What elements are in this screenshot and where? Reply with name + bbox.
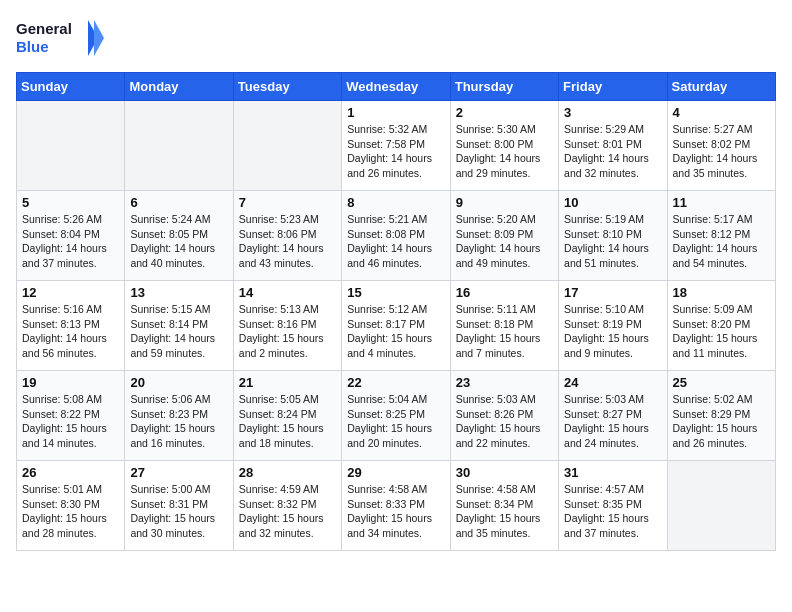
- calendar-cell: 14Sunrise: 5:13 AM Sunset: 8:16 PM Dayli…: [233, 281, 341, 371]
- day-info: Sunrise: 5:20 AM Sunset: 8:09 PM Dayligh…: [456, 212, 553, 271]
- calendar-cell: 9Sunrise: 5:20 AM Sunset: 8:09 PM Daylig…: [450, 191, 558, 281]
- day-number: 22: [347, 375, 444, 390]
- day-info: Sunrise: 5:01 AM Sunset: 8:30 PM Dayligh…: [22, 482, 119, 541]
- day-number: 17: [564, 285, 661, 300]
- day-number: 13: [130, 285, 227, 300]
- calendar-cell: 28Sunrise: 4:59 AM Sunset: 8:32 PM Dayli…: [233, 461, 341, 551]
- calendar-cell: 6Sunrise: 5:24 AM Sunset: 8:05 PM Daylig…: [125, 191, 233, 281]
- day-number: 19: [22, 375, 119, 390]
- week-row-3: 12Sunrise: 5:16 AM Sunset: 8:13 PM Dayli…: [17, 281, 776, 371]
- calendar-cell: 5Sunrise: 5:26 AM Sunset: 8:04 PM Daylig…: [17, 191, 125, 281]
- calendar-cell: [17, 101, 125, 191]
- calendar-cell: 22Sunrise: 5:04 AM Sunset: 8:25 PM Dayli…: [342, 371, 450, 461]
- day-info: Sunrise: 5:09 AM Sunset: 8:20 PM Dayligh…: [673, 302, 770, 361]
- day-info: Sunrise: 5:17 AM Sunset: 8:12 PM Dayligh…: [673, 212, 770, 271]
- day-info: Sunrise: 5:13 AM Sunset: 8:16 PM Dayligh…: [239, 302, 336, 361]
- calendar-cell: 17Sunrise: 5:10 AM Sunset: 8:19 PM Dayli…: [559, 281, 667, 371]
- day-info: Sunrise: 5:12 AM Sunset: 8:17 PM Dayligh…: [347, 302, 444, 361]
- header-sunday: Sunday: [17, 73, 125, 101]
- day-info: Sunrise: 5:04 AM Sunset: 8:25 PM Dayligh…: [347, 392, 444, 451]
- calendar-cell: [125, 101, 233, 191]
- calendar-cell: 11Sunrise: 5:17 AM Sunset: 8:12 PM Dayli…: [667, 191, 775, 281]
- day-number: 25: [673, 375, 770, 390]
- day-number: 24: [564, 375, 661, 390]
- week-row-1: 1Sunrise: 5:32 AM Sunset: 7:58 PM Daylig…: [17, 101, 776, 191]
- day-number: 18: [673, 285, 770, 300]
- calendar-cell: 15Sunrise: 5:12 AM Sunset: 8:17 PM Dayli…: [342, 281, 450, 371]
- day-info: Sunrise: 5:11 AM Sunset: 8:18 PM Dayligh…: [456, 302, 553, 361]
- day-number: 29: [347, 465, 444, 480]
- day-number: 26: [22, 465, 119, 480]
- day-number: 4: [673, 105, 770, 120]
- day-number: 2: [456, 105, 553, 120]
- calendar-cell: 19Sunrise: 5:08 AM Sunset: 8:22 PM Dayli…: [17, 371, 125, 461]
- calendar-cell: 8Sunrise: 5:21 AM Sunset: 8:08 PM Daylig…: [342, 191, 450, 281]
- calendar-cell: 26Sunrise: 5:01 AM Sunset: 8:30 PM Dayli…: [17, 461, 125, 551]
- day-number: 14: [239, 285, 336, 300]
- calendar-cell: 7Sunrise: 5:23 AM Sunset: 8:06 PM Daylig…: [233, 191, 341, 281]
- week-row-4: 19Sunrise: 5:08 AM Sunset: 8:22 PM Dayli…: [17, 371, 776, 461]
- day-info: Sunrise: 4:59 AM Sunset: 8:32 PM Dayligh…: [239, 482, 336, 541]
- calendar-cell: 25Sunrise: 5:02 AM Sunset: 8:29 PM Dayli…: [667, 371, 775, 461]
- calendar-cell: [667, 461, 775, 551]
- calendar-cell: 23Sunrise: 5:03 AM Sunset: 8:26 PM Dayli…: [450, 371, 558, 461]
- week-row-5: 26Sunrise: 5:01 AM Sunset: 8:30 PM Dayli…: [17, 461, 776, 551]
- calendar-cell: 27Sunrise: 5:00 AM Sunset: 8:31 PM Dayli…: [125, 461, 233, 551]
- day-number: 15: [347, 285, 444, 300]
- day-number: 16: [456, 285, 553, 300]
- day-number: 31: [564, 465, 661, 480]
- calendar-cell: 12Sunrise: 5:16 AM Sunset: 8:13 PM Dayli…: [17, 281, 125, 371]
- calendar-cell: 18Sunrise: 5:09 AM Sunset: 8:20 PM Dayli…: [667, 281, 775, 371]
- day-number: 8: [347, 195, 444, 210]
- day-number: 10: [564, 195, 661, 210]
- calendar-cell: 29Sunrise: 4:58 AM Sunset: 8:33 PM Dayli…: [342, 461, 450, 551]
- day-info: Sunrise: 5:06 AM Sunset: 8:23 PM Dayligh…: [130, 392, 227, 451]
- header-monday: Monday: [125, 73, 233, 101]
- day-number: 9: [456, 195, 553, 210]
- day-info: Sunrise: 5:29 AM Sunset: 8:01 PM Dayligh…: [564, 122, 661, 181]
- calendar-header-row: SundayMondayTuesdayWednesdayThursdayFrid…: [17, 73, 776, 101]
- day-info: Sunrise: 5:16 AM Sunset: 8:13 PM Dayligh…: [22, 302, 119, 361]
- day-number: 20: [130, 375, 227, 390]
- page-header: General Blue: [16, 16, 776, 60]
- day-info: Sunrise: 5:08 AM Sunset: 8:22 PM Dayligh…: [22, 392, 119, 451]
- calendar-cell: [233, 101, 341, 191]
- day-info: Sunrise: 5:30 AM Sunset: 8:00 PM Dayligh…: [456, 122, 553, 181]
- calendar-cell: 2Sunrise: 5:30 AM Sunset: 8:00 PM Daylig…: [450, 101, 558, 191]
- day-info: Sunrise: 5:23 AM Sunset: 8:06 PM Dayligh…: [239, 212, 336, 271]
- day-number: 23: [456, 375, 553, 390]
- logo-svg: General Blue: [16, 16, 106, 60]
- day-number: 3: [564, 105, 661, 120]
- day-number: 30: [456, 465, 553, 480]
- day-info: Sunrise: 5:27 AM Sunset: 8:02 PM Dayligh…: [673, 122, 770, 181]
- calendar-cell: 31Sunrise: 4:57 AM Sunset: 8:35 PM Dayli…: [559, 461, 667, 551]
- day-number: 21: [239, 375, 336, 390]
- day-info: Sunrise: 5:19 AM Sunset: 8:10 PM Dayligh…: [564, 212, 661, 271]
- day-number: 27: [130, 465, 227, 480]
- day-number: 1: [347, 105, 444, 120]
- day-info: Sunrise: 5:24 AM Sunset: 8:05 PM Dayligh…: [130, 212, 227, 271]
- svg-text:Blue: Blue: [16, 38, 49, 55]
- calendar-cell: 30Sunrise: 4:58 AM Sunset: 8:34 PM Dayli…: [450, 461, 558, 551]
- calendar-cell: 1Sunrise: 5:32 AM Sunset: 7:58 PM Daylig…: [342, 101, 450, 191]
- day-number: 12: [22, 285, 119, 300]
- calendar-cell: 24Sunrise: 5:03 AM Sunset: 8:27 PM Dayli…: [559, 371, 667, 461]
- calendar-cell: 10Sunrise: 5:19 AM Sunset: 8:10 PM Dayli…: [559, 191, 667, 281]
- header-tuesday: Tuesday: [233, 73, 341, 101]
- day-info: Sunrise: 4:58 AM Sunset: 8:34 PM Dayligh…: [456, 482, 553, 541]
- day-number: 28: [239, 465, 336, 480]
- day-number: 7: [239, 195, 336, 210]
- day-info: Sunrise: 5:26 AM Sunset: 8:04 PM Dayligh…: [22, 212, 119, 271]
- day-info: Sunrise: 5:03 AM Sunset: 8:26 PM Dayligh…: [456, 392, 553, 451]
- day-number: 5: [22, 195, 119, 210]
- calendar-cell: 21Sunrise: 5:05 AM Sunset: 8:24 PM Dayli…: [233, 371, 341, 461]
- calendar-cell: 4Sunrise: 5:27 AM Sunset: 8:02 PM Daylig…: [667, 101, 775, 191]
- calendar-table: SundayMondayTuesdayWednesdayThursdayFrid…: [16, 72, 776, 551]
- day-info: Sunrise: 4:57 AM Sunset: 8:35 PM Dayligh…: [564, 482, 661, 541]
- day-number: 11: [673, 195, 770, 210]
- calendar-cell: 16Sunrise: 5:11 AM Sunset: 8:18 PM Dayli…: [450, 281, 558, 371]
- day-info: Sunrise: 5:02 AM Sunset: 8:29 PM Dayligh…: [673, 392, 770, 451]
- header-friday: Friday: [559, 73, 667, 101]
- logo: General Blue: [16, 16, 106, 60]
- calendar-cell: 13Sunrise: 5:15 AM Sunset: 8:14 PM Dayli…: [125, 281, 233, 371]
